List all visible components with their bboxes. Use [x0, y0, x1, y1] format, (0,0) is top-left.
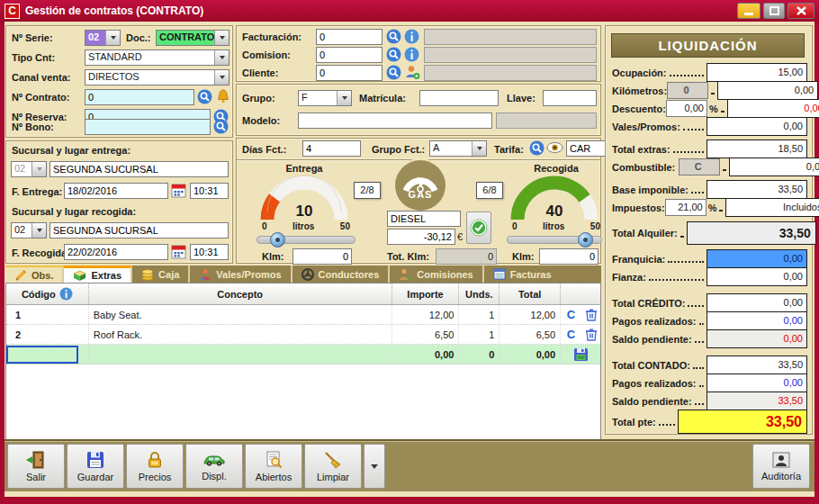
chevron-down-icon[interactable] [337, 91, 351, 105]
copy-row-button[interactable]: C [567, 328, 575, 341]
recogida-branch-input[interactable] [50, 222, 229, 238]
tipo-label: Tipo Cnt: [12, 52, 55, 63]
new-row-concepto-cell[interactable] [89, 345, 392, 364]
minimize-button[interactable] [737, 3, 760, 19]
comision-input[interactable] [316, 47, 382, 63]
fuel-amount-input[interactable] [387, 229, 455, 245]
info-icon[interactable] [59, 287, 73, 301]
cliente-readonly [424, 65, 597, 81]
alquiler-value: 33,50 [687, 221, 816, 245]
tab-caja[interactable]: Caja [132, 266, 190, 283]
entrega-slider-thumb[interactable] [270, 232, 285, 248]
tab-vales-promos[interactable]: Vales/Promos [190, 266, 292, 283]
chevron-down-icon[interactable] [32, 223, 46, 238]
chevron-down-icon[interactable] [472, 141, 486, 156]
cliente-input[interactable] [316, 65, 382, 81]
serie-select[interactable]: 02 [85, 30, 121, 46]
tab-extras[interactable]: Extras [64, 266, 132, 283]
entrega-fuel-fraction: 2/8 [354, 182, 381, 199]
fentrega-time-input[interactable] [190, 183, 229, 199]
table-row[interactable]: 2 Roof Rack. 6,50 1 6,50 C [6, 325, 600, 345]
canal-select[interactable]: DIRECTOS [85, 69, 230, 86]
precios-button[interactable]: Precios [126, 444, 184, 489]
comision-label: Comision: [242, 50, 291, 60]
search-icon[interactable] [386, 29, 401, 44]
chevron-down-icon[interactable] [105, 31, 120, 45]
combustible-button[interactable]: C [679, 158, 720, 176]
chevron-down-icon[interactable] [214, 31, 229, 45]
chevron-down-icon[interactable] [214, 70, 229, 85]
tab-comisiones[interactable]: Comisiones [390, 266, 483, 283]
chevron-down-icon[interactable] [214, 50, 229, 65]
percent-sign: % [709, 104, 718, 114]
modelo-input[interactable] [298, 112, 492, 129]
frecogida-date-input[interactable] [64, 244, 168, 260]
search-icon[interactable] [386, 47, 401, 62]
klm-entrega-input[interactable] [292, 248, 352, 265]
calendar-icon[interactable] [171, 183, 186, 198]
grupofct-select[interactable]: A [429, 140, 487, 157]
fentrega-date-input[interactable] [64, 183, 168, 199]
recogida-slider-thumb[interactable] [578, 232, 593, 248]
tab-obs[interactable]: Obs. [5, 266, 64, 283]
entrega-branch-input[interactable] [50, 161, 229, 177]
impuestos-pct-input[interactable]: 21,00 [665, 199, 706, 216]
contrato-input[interactable] [85, 89, 194, 105]
more-actions-button[interactable] [364, 444, 385, 489]
close-button[interactable] [788, 3, 814, 19]
vales-label: Vales/Promos: [612, 122, 680, 132]
recogida-branch-select[interactable]: 02 [11, 222, 47, 238]
broom-icon [323, 451, 343, 469]
dias-input[interactable] [302, 140, 361, 157]
guardar-button[interactable]: Guardar [67, 444, 124, 489]
frecogida-time-input[interactable] [190, 244, 229, 260]
trash-icon[interactable] [585, 308, 598, 321]
calendar-icon[interactable] [171, 244, 186, 259]
limpiar-button[interactable]: Limpiar [304, 444, 362, 489]
tab-conductores[interactable]: Conductores [292, 266, 391, 283]
info-icon[interactable] [404, 47, 419, 62]
exit-door-icon [26, 451, 46, 469]
entrega-fuel-slider[interactable] [256, 236, 356, 244]
confirm-fuel-button[interactable] [466, 212, 491, 244]
eye-icon[interactable] [546, 141, 563, 154]
new-row-codigo-cell[interactable] [6, 346, 78, 364]
recogida-fuel-value: 40 [529, 202, 580, 220]
franquicia-input[interactable]: 0,00 [706, 249, 807, 268]
trash-icon[interactable] [585, 328, 598, 341]
save-row-icon[interactable] [573, 347, 589, 362]
search-icon[interactable] [386, 65, 401, 80]
fuel-type-input[interactable] [387, 211, 461, 227]
tarifa-input[interactable] [566, 140, 608, 157]
search-icon[interactable] [529, 140, 544, 156]
fuel-panel: Entrega 10 2/8 0 litros 50 Klm: GAS [236, 159, 601, 264]
doc-select[interactable]: CONTRATO [156, 30, 230, 46]
new-row[interactable]: 0,00 0 0,00 [6, 345, 600, 364]
table-row[interactable]: 1 Baby Seat. 12,00 1 12,00 C [6, 305, 600, 325]
fentrega-label: F. Entrega: [12, 186, 62, 197]
matricula-input[interactable] [419, 90, 499, 106]
search-icon[interactable] [213, 119, 229, 134]
tab-facturas[interactable]: Facturas [484, 266, 561, 283]
tipo-select[interactable]: STANDARD [85, 50, 230, 66]
bono-input[interactable] [85, 119, 211, 135]
displ-button[interactable]: Displ. [185, 444, 243, 489]
comision-readonly [424, 47, 597, 63]
llave-input[interactable] [543, 90, 597, 106]
bell-icon[interactable] [215, 88, 231, 104]
salir-button[interactable]: Salir [7, 444, 65, 489]
abiertos-button[interactable]: Abiertos [245, 444, 302, 489]
copy-row-button[interactable]: C [567, 308, 575, 321]
kilometros-value: 0,00 [717, 81, 818, 100]
facturacion-input[interactable] [316, 29, 382, 45]
auditoria-button[interactable]: Auditoría [752, 444, 810, 489]
chevron-down-icon [32, 162, 46, 176]
info-icon[interactable] [404, 29, 419, 44]
klm-recogida-input[interactable] [539, 248, 598, 265]
maximize-button[interactable] [763, 3, 785, 19]
add-client-icon[interactable] [404, 64, 420, 80]
recogida-fuel-slider[interactable] [507, 236, 602, 244]
grupo-select[interactable]: F [298, 90, 352, 106]
search-icon[interactable] [197, 89, 212, 104]
descuento-pct-input[interactable]: 0,00 [666, 100, 707, 117]
